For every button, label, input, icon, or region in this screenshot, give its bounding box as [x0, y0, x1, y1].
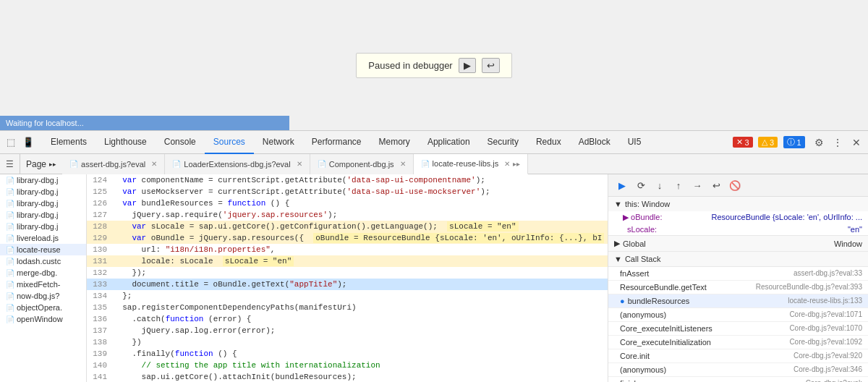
close-tab-component[interactable]: ✕ [400, 160, 406, 168]
sidebar-item-openwindow[interactable]: 📄 openWindow [0, 313, 86, 325]
file-tab-locate[interactable]: 📄 locate-reuse-libs.js ✕ ▸▸ [414, 154, 529, 174]
tab-security[interactable]: Security [479, 131, 527, 154]
tab-lighthouse[interactable]: Lighthouse [95, 131, 156, 154]
deactivate-button[interactable]: ↩ [708, 177, 724, 193]
resume-debugger-button[interactable]: ▶ [614, 177, 630, 193]
paused-banner: Paused in debugger ▶ ↩ [356, 53, 511, 78]
callstack-item-fnassert[interactable]: fnAssert assert-dbg.js?eval:33 [608, 267, 868, 281]
waiting-text: Waiting for localhost... [6, 119, 84, 127]
scope-header-local[interactable]: ▼ this: Window [608, 197, 868, 211]
sidebar-item-object[interactable]: 📄 objectOpera. [0, 302, 86, 313]
callstack-item-execinit[interactable]: Core_executeInitListeners Core-dbg.js?ev… [608, 322, 868, 336]
code-line-141: 141 sap.ui.getCore().attachInit(bundleRe… [87, 371, 608, 382]
close-tab-loader[interactable]: ✕ [297, 160, 302, 168]
tab-redux[interactable]: Redux [527, 131, 570, 154]
sidebar-item-now[interactable]: 📄 now-dbg.js? [0, 290, 86, 302]
callstack-fn: (anonymous) [620, 310, 666, 319]
resume-button[interactable]: ▶ [459, 58, 476, 73]
file-tree-icon: 📄 [6, 177, 14, 184]
step-button[interactable]: ↩ [482, 58, 500, 73]
file-icon-loader: 📄 [172, 160, 181, 168]
file-tree-icon: 📄 [6, 246, 14, 254]
info-badge: ⓘ 1 [783, 136, 805, 148]
devtools: ⬚ 📱 Elements Lighthouse Console Sources … [0, 130, 868, 382]
file-tree-icon: 📄 [6, 258, 14, 266]
close-tab-assert[interactable]: ✕ [151, 160, 157, 168]
sidebar-item-merge[interactable]: 📄 merge-dbg. [0, 267, 86, 279]
file-tree-icon: 📄 [6, 211, 14, 219]
code-line-136: 136 .catch(function (error) { [87, 313, 608, 325]
code-line-130: 130 url: "i18n/i18n.properties", [87, 244, 608, 255]
sidebar-toggle[interactable]: ☰ [0, 154, 20, 174]
settings-icon[interactable]: ⚙ [810, 134, 827, 151]
code-line-124: 124 var componentName = currentScript.ge… [87, 174, 608, 186]
sidebar-item[interactable]: 📄 library-dbg.j [0, 174, 86, 186]
file-tab-assert[interactable]: 📄 assert-dbg.js?eval ✕ [62, 154, 165, 174]
scope-global-val: Window [834, 239, 862, 248]
callstack-item-bundleresources[interactable]: ●bundleResources locate-reuse-libs.js:13… [608, 294, 868, 308]
tabs-row: ⬚ 📱 Elements Lighthouse Console Sources … [0, 131, 868, 154]
code-line-128: 128 var sLocale = sap.ui.getCore().getCo… [87, 221, 608, 232]
tab-elements[interactable]: Elements [42, 131, 95, 154]
sidebar-item[interactable]: 📄 library-dbg.j [0, 198, 86, 209]
file-tab-component[interactable]: 📄 Component-dbg.js ✕ [310, 154, 414, 174]
inspect-icon[interactable]: ⬚ [3, 135, 19, 150]
warn-icon: △ [762, 137, 767, 147]
no-breakpoints-button[interactable]: 🚫 [727, 177, 743, 193]
callstack-item-coreinit[interactable]: Core.init Core-dbg.js?eval:920 [608, 349, 868, 363]
callstack-file: ResourceBundle-dbg.js?eval:393 [756, 283, 862, 292]
file-tree-icon: 📄 [6, 234, 14, 242]
device-icon[interactable]: 📱 [20, 135, 36, 150]
file-icon: 📄 [69, 160, 78, 168]
callstack-section: ▼ Call Stack fnAssert assert-dbg.js?eval… [608, 252, 868, 382]
callstack-item-anon1[interactable]: (anonymous) Core-dbg.js?eval:1071 [608, 308, 868, 322]
callstack-file: Core-dbg.js?eval: [806, 379, 862, 382]
scope-section: ▼ this: Window ▶ oBundle: ResourceBundle… [608, 197, 868, 236]
sidebar-item[interactable]: 📄 library-dbg.j [0, 186, 86, 198]
prop-val-obundle: ResourceBundle {sLocale: 'en', oUrlInfo:… [712, 213, 862, 222]
info-count: 1 [797, 138, 801, 147]
sidebar-item[interactable]: 📄 library-dbg.j [0, 221, 86, 232]
sidebar-item[interactable]: 📄 library-dbg.j [0, 209, 86, 221]
code-editor[interactable]: 124 var componentName = currentScript.ge… [87, 174, 608, 382]
callstack-fn: Core.init [620, 352, 650, 360]
tab-application[interactable]: Application [419, 131, 479, 154]
callstack-label: Call Stack [625, 255, 661, 263]
sidebar-item-lodash[interactable]: 📄 lodash.custc [0, 255, 86, 267]
callstack-item-resourcebundle[interactable]: ResourceBundle.getText ResourceBundle-db… [608, 281, 868, 294]
file-tree-icon: 📄 [6, 292, 14, 300]
step-into-button[interactable]: ↓ [652, 177, 668, 193]
callstack-header[interactable]: ▼ Call Stack [608, 252, 868, 267]
tab-sources[interactable]: Sources [205, 131, 254, 154]
sidebar-item-mixed[interactable]: 📄 mixedFetch- [0, 279, 86, 290]
sidebar-item-livereload[interactable]: 📄 livereload.js [0, 232, 86, 244]
close-tab-locate[interactable]: ✕ [504, 160, 510, 168]
tab-ui5[interactable]: UI5 [619, 131, 650, 154]
error-badge: ✕ 3 [733, 137, 753, 148]
tab-adblock[interactable]: AdBlock [570, 131, 619, 154]
warn-badge: △ 3 [758, 137, 778, 148]
more-icon[interactable]: ⋮ [829, 134, 846, 151]
callstack-item-finish[interactable]: finish Core-dbg.js?eval: [608, 377, 868, 382]
callstack-item-execinitialization[interactable]: Core_executeInitialization Core-dbg.js?e… [608, 336, 868, 349]
tab-memory[interactable]: Memory [370, 131, 419, 154]
code-line-135: 135 sap.registerComponentDependencyPaths… [87, 302, 608, 313]
tab-console[interactable]: Console [156, 131, 205, 154]
file-tree-icon: 📄 [6, 315, 14, 323]
code-line-129: 129 var oBundle = jQuery.sap.resources({… [87, 232, 608, 244]
close-icon[interactable]: ✕ [848, 134, 865, 151]
file-tab-loader[interactable]: 📄 LoaderExtensions-dbg.js?eval ✕ [165, 154, 310, 174]
callstack-fn: Core_executeInitialization [620, 338, 711, 347]
callstack-file: Core-dbg.js?eval:1092 [789, 338, 862, 347]
callstack-item-anon2[interactable]: (anonymous) Core-dbg.js?eval:346 [608, 363, 868, 377]
page-chevron-icon: ▸▸ [49, 161, 56, 168]
code-line-137: 137 jQuery.sap.log.error(error); [87, 325, 608, 336]
step-out-button[interactable]: ↑ [671, 177, 686, 193]
sidebar-item-locate[interactable]: 📄 locate-reuse [0, 244, 86, 255]
step-over-button[interactable]: ⟳ [633, 177, 649, 193]
scope-header-global[interactable]: ▶ Global Window [608, 236, 868, 251]
more-tabs-icon: ▸▸ [513, 160, 520, 168]
step-button[interactable]: → [689, 177, 705, 193]
tab-network[interactable]: Network [254, 131, 303, 154]
tab-performance[interactable]: Performance [303, 131, 370, 154]
